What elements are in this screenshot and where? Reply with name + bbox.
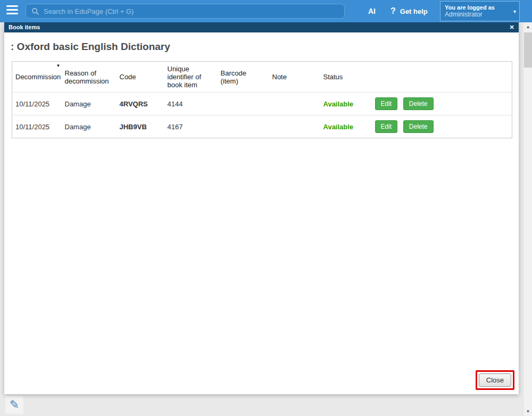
- help-icon: ?: [390, 6, 396, 16]
- book-items-modal: Book items ✕ : Oxford basic English Dict…: [4, 22, 519, 394]
- column-header-reason[interactable]: Reason of decommission: [62, 62, 117, 93]
- notes-pen-button[interactable]: ✎: [5, 396, 23, 414]
- note-cell: [269, 115, 320, 138]
- close-button-highlight: Close: [476, 370, 514, 390]
- status-badge: Available: [320, 115, 372, 138]
- delete-button[interactable]: Delete: [403, 120, 434, 133]
- column-label: Decommission: [15, 73, 61, 81]
- column-header-decommission[interactable]: Decommission ▼: [12, 62, 62, 93]
- menu-icon[interactable]: [6, 5, 18, 17]
- search-bar[interactable]: [26, 4, 345, 19]
- top-bar: AI ? Get help You are logged as Administ…: [0, 0, 532, 22]
- note-cell: [269, 93, 320, 115]
- edit-button[interactable]: Edit: [375, 120, 398, 133]
- logged-as-dropdown[interactable]: You are logged as Administrator ▾: [440, 1, 520, 21]
- table-header-row: Decommission ▼ Reason of decommission Co…: [12, 62, 512, 93]
- get-help-label: Get help: [400, 7, 428, 15]
- modal-title: Book items: [9, 24, 40, 30]
- code-cell: 4RVQRS: [117, 93, 164, 115]
- book-items-table: Decommission ▼ Reason of decommission Co…: [12, 61, 512, 138]
- code-cell: JHB9VB: [117, 115, 164, 138]
- modal-body: : Oxford basic English Dictionary Decomm…: [4, 32, 519, 394]
- decommission-cell: 10/11/2025: [12, 115, 62, 138]
- decommission-cell: 10/11/2025: [12, 93, 62, 115]
- modal-title-bar: Book items ✕: [4, 22, 519, 32]
- unique-id-cell: 4167: [164, 115, 218, 138]
- pen-icon: ✎: [10, 399, 19, 411]
- logged-as-text: You are logged as: [445, 4, 515, 11]
- get-help-button[interactable]: ? Get help: [390, 0, 428, 22]
- sort-desc-icon: ▼: [56, 63, 61, 68]
- barcode-cell: [218, 115, 269, 138]
- status-badge: Available: [320, 93, 372, 115]
- reason-cell: Damage: [62, 115, 117, 138]
- scrollbar-thumb[interactable]: [524, 32, 532, 68]
- delete-button[interactable]: Delete: [403, 97, 434, 110]
- column-header-actions: [372, 62, 512, 93]
- barcode-cell: [218, 93, 269, 115]
- table-row: 10/11/2025 Damage JHB9VB 4167 Available …: [12, 115, 512, 138]
- vertical-scrollbar[interactable]: ▲ ▼: [523, 22, 532, 416]
- scroll-down-arrow[interactable]: ▼: [523, 407, 532, 416]
- column-header-status[interactable]: Status: [320, 62, 372, 93]
- close-icon[interactable]: ✕: [508, 22, 516, 32]
- chevron-down-icon: ▾: [513, 9, 516, 14]
- actions-cell: Edit Delete: [372, 115, 512, 138]
- search-input[interactable]: [44, 7, 339, 15]
- column-header-unique-identifier[interactable]: Unique identifier of book item: [164, 62, 218, 93]
- unique-id-cell: 4144: [164, 93, 218, 115]
- actions-cell: Edit Delete: [372, 93, 512, 115]
- close-button[interactable]: Close: [479, 373, 511, 387]
- page-title: : Oxford basic English Dictionary: [11, 41, 519, 53]
- ai-button[interactable]: AI: [368, 0, 376, 22]
- edit-button[interactable]: Edit: [375, 97, 398, 110]
- table-row: 10/11/2025 Damage 4RVQRS 4144 Available …: [12, 93, 512, 115]
- reason-cell: Damage: [62, 93, 117, 115]
- logged-as-user: Administrator: [445, 11, 515, 18]
- column-header-code[interactable]: Code: [117, 62, 164, 93]
- column-header-barcode[interactable]: Barcode (item): [218, 62, 269, 93]
- search-icon: [31, 7, 39, 15]
- column-header-note[interactable]: Note: [269, 62, 320, 93]
- scroll-up-arrow[interactable]: ▲: [523, 22, 532, 31]
